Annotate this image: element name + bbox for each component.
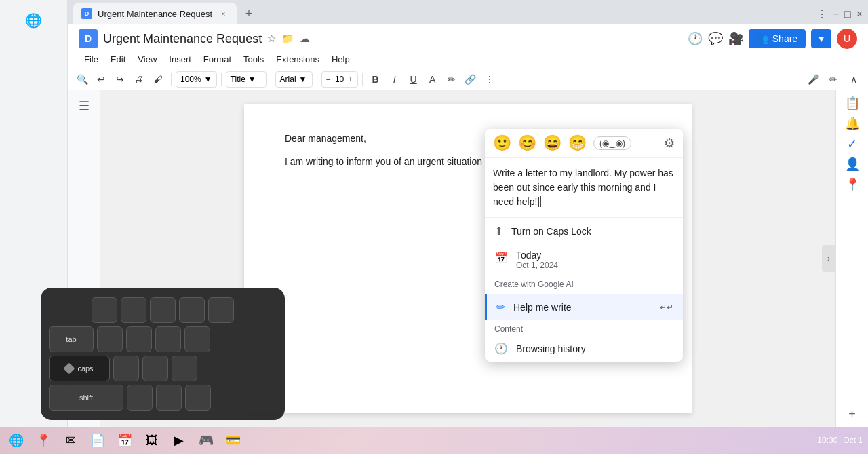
window-minimize-button[interactable]: − — [833, 8, 839, 20]
key-r1k1[interactable] — [92, 297, 117, 323]
history-icon[interactable]: 🕐 — [688, 31, 703, 46]
calendar-icon: 📅 — [494, 251, 508, 264]
emoji-4[interactable]: 😁 — [568, 134, 587, 152]
paint-format-button[interactable]: 🖌 — [149, 71, 167, 88]
right-sidebar-icon1[interactable]: 📋 — [845, 96, 860, 111]
undo-button[interactable]: ↩ — [92, 71, 110, 88]
key-r4k4[interactable] — [185, 385, 211, 411]
taskbar-youtube[interactable]: ▶ — [168, 430, 190, 451]
collapse-toolbar-button[interactable]: ∧ — [845, 71, 863, 88]
zoom-dropdown-icon: ▼ — [204, 75, 212, 84]
right-sidebar-icon4[interactable]: 👤 — [845, 157, 860, 172]
menu-file[interactable]: File — [79, 52, 104, 67]
search-button[interactable]: 🔍 — [73, 71, 91, 88]
taskbar-docs[interactable]: 📄 — [87, 430, 108, 451]
expand-button[interactable]: › — [822, 245, 835, 272]
bold-button[interactable]: B — [367, 71, 384, 88]
tab-close-icon[interactable]: × — [218, 8, 229, 19]
font-color-button[interactable]: A — [424, 71, 441, 88]
key-tab[interactable]: tab — [49, 326, 94, 352]
key-r1k2[interactable] — [121, 297, 146, 323]
highlight-button[interactable]: ✏ — [443, 71, 460, 88]
folder-icon[interactable]: 📁 — [281, 33, 294, 45]
zoom-control[interactable]: 100% ▼ — [176, 71, 217, 88]
right-sidebar-icon3[interactable]: ✓ — [847, 136, 857, 151]
italic-button[interactable]: I — [386, 71, 403, 88]
browser-tab[interactable]: D Urgent Maintenance Request × — [73, 3, 237, 24]
share-dropdown[interactable]: ▼ — [811, 29, 831, 48]
font-selector[interactable]: Arial ▼ — [275, 71, 313, 88]
share-icon: 👥 — [757, 33, 768, 44]
key-r1k4[interactable] — [179, 297, 205, 323]
key-r2k3[interactable] — [126, 326, 152, 352]
emoji-3[interactable]: 😄 — [543, 134, 561, 152]
more-toolbar-button[interactable]: ⋮ — [481, 71, 498, 88]
comment-icon[interactable]: 💬 — [708, 31, 723, 46]
edit-mode-button[interactable]: ✏ — [825, 71, 842, 88]
profile-avatar[interactable]: U — [837, 29, 857, 49]
taskbar-calendar[interactable]: 📅 — [114, 430, 136, 451]
window-more-icon[interactable]: ⋮ — [816, 7, 827, 20]
key-r3k4[interactable] — [172, 356, 197, 381]
underline-button[interactable]: U — [405, 71, 422, 88]
link-button[interactable]: 🔗 — [462, 71, 479, 88]
taskbar-mail[interactable]: ✉ — [60, 430, 81, 451]
docs-title[interactable]: Urgent Maintenance Request — [103, 32, 262, 46]
menu-extensions[interactable]: Extensions — [271, 52, 325, 67]
new-tab-button[interactable]: + — [239, 4, 258, 23]
emoji-1[interactable]: 🙂 — [493, 134, 511, 152]
today-label: Today — [516, 250, 558, 261]
key-shift[interactable]: shift — [49, 385, 123, 411]
key-r2k5[interactable] — [184, 326, 210, 352]
menu-view[interactable]: View — [132, 52, 162, 67]
taskbar-date: Oct 1 — [843, 436, 863, 445]
font-size-decrease[interactable]: − — [325, 75, 332, 84]
meet-icon[interactable]: 🎥 — [728, 31, 743, 46]
window-close-button[interactable]: × — [856, 8, 863, 20]
key-r3k2[interactable] — [113, 356, 139, 381]
share-button[interactable]: 👥 Share — [749, 29, 806, 48]
docs-icon: D — [79, 29, 98, 48]
right-sidebar-add[interactable]: + — [848, 407, 856, 421]
key-caps[interactable]: caps — [49, 356, 110, 381]
menu-insert[interactable]: Insert — [163, 52, 197, 67]
style-selector[interactable]: Title ▼ — [226, 71, 267, 88]
key-r1k3[interactable] — [150, 297, 176, 323]
taskbar-wallet[interactable]: 💳 — [222, 430, 244, 451]
emoji-2[interactable]: 😊 — [518, 134, 536, 152]
taskbar-maps[interactable]: 📍 — [33, 430, 54, 451]
star-icon[interactable]: ☆ — [267, 33, 276, 45]
emoji-settings-icon[interactable]: ⚙ — [664, 136, 675, 151]
menu-help[interactable]: Help — [326, 52, 355, 67]
key-r2k2[interactable] — [97, 326, 123, 352]
outline-icon[interactable]: ☰ — [79, 98, 90, 113]
menu-tools[interactable]: Tools — [238, 52, 269, 67]
cloud-icon[interactable]: ☁ — [300, 33, 310, 45]
key-r3k3[interactable] — [142, 356, 168, 381]
popup-today-item[interactable]: 📅 Today Oct 1, 2024 — [485, 244, 683, 276]
redo-button[interactable]: ↪ — [111, 71, 129, 88]
menu-edit[interactable]: Edit — [105, 52, 131, 67]
popup-text-area[interactable]: Write a letter to my landlord. My power … — [485, 158, 683, 218]
kaomoji-button[interactable]: (◉‿◉) — [593, 136, 631, 150]
popup-caps-lock-item[interactable]: ⬆ Turn on Caps Lock — [485, 218, 683, 244]
chrome-icon[interactable]: 🌐 — [22, 8, 46, 33]
right-sidebar-icon2[interactable]: 🔔 — [845, 116, 860, 131]
taskbar-photos[interactable]: 🖼 — [141, 430, 163, 451]
window-maximize-button[interactable]: □ — [844, 8, 851, 20]
font-size-increase[interactable]: + — [347, 75, 355, 84]
font-size-control[interactable]: − 10 + — [321, 71, 358, 88]
key-r4k2[interactable] — [127, 385, 153, 411]
menu-format[interactable]: Format — [198, 52, 237, 67]
taskbar-play[interactable]: 🎮 — [195, 430, 217, 451]
right-sidebar-icon5[interactable]: 📍 — [845, 177, 860, 192]
taskbar-chrome[interactable]: 🌐 — [5, 430, 27, 451]
font-dropdown-icon: ▼ — [299, 75, 307, 84]
popup-browsing-item[interactable]: 🕐 Browsing history — [485, 335, 683, 362]
voice-button[interactable]: 🎤 — [804, 71, 822, 88]
key-r4k3[interactable] — [156, 385, 182, 411]
key-r2k4[interactable] — [155, 326, 181, 352]
print-button[interactable]: 🖨 — [130, 71, 148, 88]
popup-help-write-item[interactable]: ✏ Help me write ↵↵ — [485, 294, 683, 320]
key-r1k5[interactable] — [208, 297, 234, 323]
